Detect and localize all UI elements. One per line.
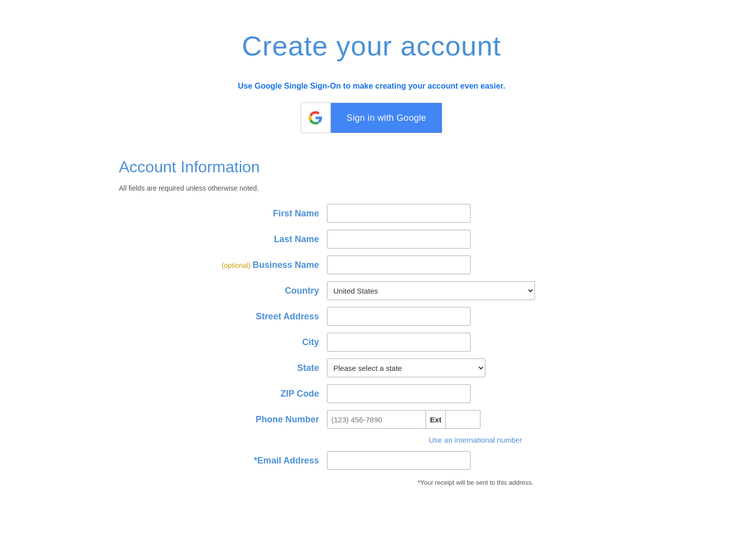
page-container: Create your account Use Google Single Si…	[99, 20, 644, 496]
first-name-input[interactable]	[327, 204, 471, 223]
google-icon-box	[301, 103, 331, 133]
email-note-row: *Your receipt will be sent to this addre…	[119, 477, 624, 486]
country-select[interactable]: United States Canada United Kingdom	[327, 281, 535, 300]
business-name-label: (optional)Business Name	[119, 260, 327, 270]
business-name-row: (optional)Business Name	[119, 255, 624, 274]
intl-link-row: Use an international number	[119, 436, 624, 444]
google-signin-label: Sign in with Google	[331, 103, 442, 133]
account-info-section: Account Information All fields are requi…	[119, 158, 624, 486]
zip-code-label: ZIP Code	[119, 389, 327, 399]
street-address-label: Street Address	[119, 311, 327, 322]
country-row: Country United States Canada United King…	[119, 281, 624, 300]
street-address-input[interactable]	[327, 307, 471, 326]
first-name-label: First Name	[119, 208, 327, 219]
city-label: City	[119, 337, 327, 348]
last-name-row: Last Name	[119, 230, 624, 249]
last-name-input[interactable]	[327, 230, 471, 249]
state-row: State Please select a state Alabama Alas…	[119, 358, 624, 377]
email-address-row: *Email Address	[119, 451, 624, 470]
city-input[interactable]	[327, 333, 471, 352]
business-name-input[interactable]	[327, 255, 471, 274]
account-info-title: Account Information	[119, 158, 624, 176]
state-label: State	[119, 363, 327, 373]
country-label: Country	[119, 286, 327, 296]
phone-input[interactable]	[327, 410, 426, 429]
optional-tag: (optional)	[222, 261, 251, 269]
phone-input-group: Ext	[327, 410, 480, 429]
ext-label: Ext	[426, 410, 446, 429]
google-icon	[309, 111, 322, 125]
zip-code-row: ZIP Code	[119, 384, 624, 403]
intl-number-link[interactable]: Use an international number	[429, 436, 522, 444]
state-select[interactable]: Please select a state Alabama Alaska Ari…	[327, 358, 485, 377]
street-address-row: Street Address	[119, 307, 624, 326]
email-address-input[interactable]	[327, 451, 471, 470]
first-name-row: First Name	[119, 204, 624, 223]
phone-number-row: Phone Number Ext	[119, 410, 624, 429]
google-sso-section: Use Google Single Sign-On to make creati…	[119, 82, 624, 133]
city-row: City	[119, 333, 624, 352]
page-title: Create your account	[119, 30, 624, 62]
fields-note: All fields are required unless otherwise…	[119, 184, 624, 192]
email-address-label: *Email Address	[119, 456, 327, 466]
zip-code-input[interactable]	[327, 384, 471, 403]
google-signin-button[interactable]: Sign in with Google	[301, 102, 443, 133]
ext-input[interactable]	[446, 410, 480, 429]
google-sso-description: Use Google Single Sign-On to make creati…	[119, 82, 624, 91]
email-note: *Your receipt will be sent to this addre…	[418, 479, 533, 486]
phone-number-label: Phone Number	[119, 414, 327, 425]
last-name-label: Last Name	[119, 234, 327, 245]
